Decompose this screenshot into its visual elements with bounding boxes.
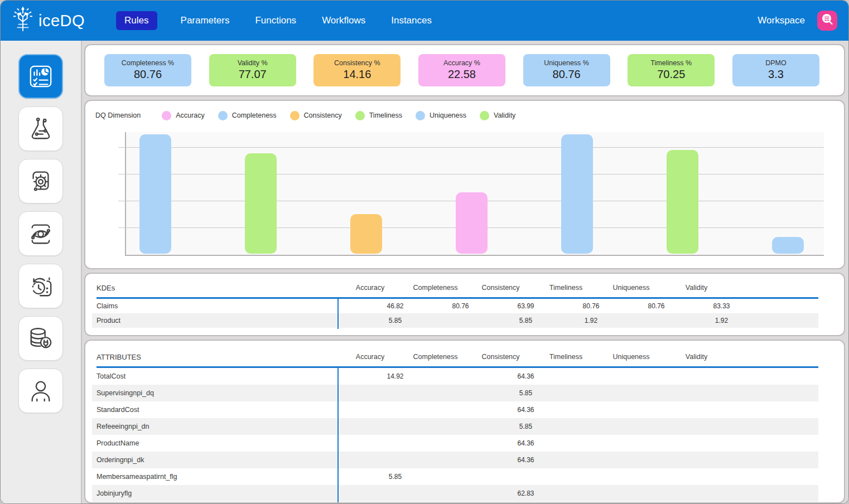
row-name: ProductName (92, 435, 337, 452)
logo-text: iceDQ (38, 12, 85, 30)
table-row-standardcost[interactable]: StandardCost64.36 (92, 401, 818, 418)
kpi-card-consistency--[interactable]: Consistency %14.16 (313, 54, 401, 86)
profile-search-button[interactable] (817, 11, 837, 31)
bar-uniqueness[interactable] (561, 134, 593, 254)
cell-value (689, 468, 754, 485)
legend-dot (355, 111, 365, 120)
cell-value (624, 368, 689, 385)
kpi-card-uniqueness--[interactable]: Uniqueness %80.76 (523, 54, 610, 86)
bar-dpmo[interactable] (772, 237, 804, 254)
kpi-value: 80.76 (523, 68, 610, 81)
legend-item-timeliness[interactable]: Timeliness (355, 111, 402, 120)
cell-value: 1.92 (558, 313, 624, 328)
column-header-accuracy: Accuracy (337, 353, 403, 361)
row-name: Jobinjuryflg (92, 485, 337, 502)
bar-chart-plot (125, 132, 824, 256)
cell-value: 62.83 (493, 485, 558, 502)
nav-item-instances[interactable]: Instances (389, 11, 434, 30)
legend-item-completeness[interactable]: Completeness (218, 111, 277, 120)
cell-value: 5.85 (363, 468, 428, 485)
kpi-label: Accuracy % (418, 59, 505, 67)
cell-value (689, 452, 754, 468)
table-header-row: KDEsAccuracyCompletenessConsistencyTimel… (92, 279, 818, 296)
sidebar-item-connections[interactable] (18, 316, 63, 361)
legend-item-uniqueness[interactable]: Uniqueness (416, 111, 466, 120)
column-divider-line (337, 366, 339, 502)
kpi-label: Consistency % (313, 59, 401, 67)
sidebar-item-schedules[interactable] (18, 264, 63, 308)
table-row-orderingnpi_dk[interactable]: Orderingnpi_dk64.36 (92, 452, 818, 468)
column-header-validity: Validity (664, 353, 729, 361)
table-row-jobinjuryflg[interactable]: Jobinjuryflg62.83 (92, 485, 818, 502)
bar-completeness[interactable] (139, 134, 171, 254)
cell-value (689, 368, 754, 385)
cell-value (428, 418, 493, 435)
workspace-link[interactable]: Workspace (758, 15, 805, 26)
legend-dot (480, 111, 489, 120)
bar-consistency[interactable] (350, 214, 382, 254)
table-row-supervisingnpi_dq[interactable]: Supervisingnpi_dq5.85 (92, 385, 818, 401)
sidebar-item-engine[interactable] (18, 159, 63, 203)
cell-value (363, 435, 428, 452)
nav-item-rules[interactable]: Rules (116, 11, 157, 30)
bar-slot-validity (231, 132, 337, 255)
table-rows: TotalCost14.9264.36Supervisingnpi_dq5.85… (85, 368, 844, 502)
cell-value (363, 452, 428, 468)
sidebar-item-rules-lab[interactable] (18, 106, 63, 151)
nav-item-functions[interactable]: Functions (253, 11, 298, 30)
cell-value: 83.33 (689, 299, 754, 313)
table-row-product[interactable]: Product5.855.851.921.92 (92, 313, 818, 328)
legend-item-consistency[interactable]: Consistency (290, 111, 342, 120)
cell-value (624, 468, 689, 485)
kpi-card-dpmo[interactable]: DPMO3.3 (732, 54, 819, 86)
chart-legend: DQ Dimension AccuracyCompletenessConsist… (85, 109, 844, 122)
table-row-claims[interactable]: Claims46.8280.7663.9980.7680.7683.33 (92, 299, 818, 313)
content-area: Completeness %80.76Validity %77.07Consis… (82, 41, 848, 503)
kpi-card-completeness--[interactable]: Completeness %80.76 (104, 54, 191, 86)
cell-value (624, 385, 689, 401)
cell-value (558, 435, 624, 452)
sidebar-item-profile[interactable] (18, 369, 63, 413)
sidebar-item-dashboard[interactable] (18, 54, 63, 99)
table-title: ATTRIBUTES (92, 353, 337, 361)
bar-accuracy[interactable] (456, 192, 488, 254)
bar-slot-dpmo (759, 132, 849, 255)
nav-item-workflows[interactable]: Workflows (320, 11, 368, 30)
row-name: Product (92, 313, 337, 328)
legend-label: Validity (494, 112, 515, 119)
logo[interactable]: iceDQ (11, 6, 85, 36)
cell-value: 64.36 (493, 452, 558, 468)
legend-label: Accuracy (176, 112, 204, 119)
nav-item-parameters[interactable]: Parameters (179, 11, 232, 30)
column-header-uniqueness: Uniqueness (599, 284, 664, 292)
bar-validity[interactable] (245, 153, 277, 254)
kpi-card-accuracy--[interactable]: Accuracy %22.58 (418, 54, 505, 86)
legend-item-accuracy[interactable]: Accuracy (162, 111, 204, 120)
legend-title: DQ Dimension (95, 112, 141, 119)
cell-value (363, 401, 428, 418)
column-header-accuracy: Accuracy (337, 284, 403, 292)
cell-value (624, 313, 689, 328)
cell-value (428, 368, 493, 385)
bar-slot-accuracy (442, 132, 548, 255)
kpi-label: Timeliness % (628, 59, 715, 67)
kpi-card-validity--[interactable]: Validity %77.07 (209, 54, 296, 86)
cell-value (428, 435, 493, 452)
table-row-refeeeingnpi_dn[interactable]: Refeeeingnpi_dn5.85 (92, 418, 818, 435)
table-row-totalcost[interactable]: TotalCost14.9264.36 (92, 368, 818, 385)
kpi-card-timeliness--[interactable]: Timeliness %70.25 (628, 54, 715, 86)
table-row-productname[interactable]: ProductName64.36 (92, 435, 818, 452)
table-row-membersameaspatirnt_flg[interactable]: Membersameaspatirnt_flg5.85 (92, 468, 818, 485)
row-name: Refeeeingnpi_dn (92, 418, 337, 435)
kpi-value: 3.3 (732, 68, 819, 81)
cell-value: 5.85 (493, 385, 558, 401)
row-name: StandardCost (92, 401, 337, 418)
row-name: TotalCost (92, 368, 337, 385)
bar-timeliness[interactable] (667, 150, 698, 254)
sidebar-item-monitoring[interactable] (18, 211, 63, 256)
legend-item-validity[interactable]: Validity (480, 111, 515, 120)
cell-value (689, 401, 754, 418)
bar-slot-uniqueness (548, 132, 653, 255)
bar-slot-completeness (126, 132, 231, 255)
kpi-summary-panel: Completeness %80.76Validity %77.07Consis… (84, 44, 845, 96)
